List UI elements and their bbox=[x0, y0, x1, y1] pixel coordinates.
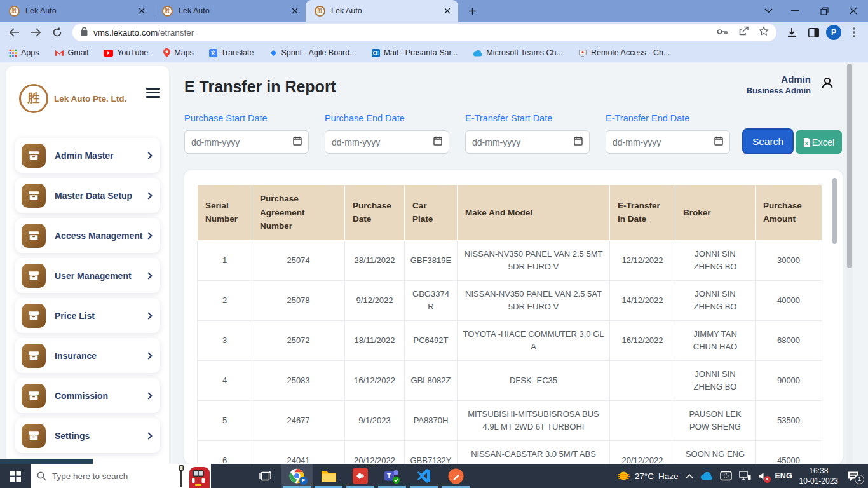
cell-purchase-date: 28/11/2022 bbox=[345, 240, 405, 280]
postman-icon[interactable] bbox=[440, 464, 471, 488]
taskbar-chrome-icon[interactable]: P bbox=[281, 464, 313, 488]
sidebar-menu: Admin Master Master Data Setup bbox=[6, 138, 169, 458]
reload-button[interactable] bbox=[48, 24, 66, 41]
restore-button[interactable] bbox=[810, 0, 839, 22]
calendar-icon[interactable] bbox=[714, 136, 723, 148]
table-header-row: Serial NumberPurchase Agreement NumberPu… bbox=[198, 185, 822, 241]
horizontal-scrollbar-thumb[interactable] bbox=[0, 459, 93, 464]
tab-close-icon[interactable] bbox=[289, 5, 301, 17]
calendar-icon[interactable] bbox=[574, 136, 583, 148]
cell-car-plate: PC6492T bbox=[405, 320, 458, 360]
date-input[interactable] bbox=[606, 130, 730, 154]
tab-search-icon[interactable] bbox=[756, 0, 780, 22]
url-text: vms.lekauto.com/etransfer bbox=[93, 28, 712, 37]
page-scrollbar[interactable] bbox=[846, 62, 853, 464]
tab-title: Lek Auto bbox=[179, 6, 289, 15]
network-icon[interactable] bbox=[739, 471, 751, 481]
date-field[interactable] bbox=[613, 137, 714, 147]
share-icon[interactable] bbox=[738, 26, 749, 39]
bookmark-remote-access[interactable]: Remote Access - Ch... bbox=[578, 48, 670, 57]
screen-cast-icon[interactable] bbox=[720, 471, 732, 481]
sidebar-item[interactable]: User Management bbox=[15, 258, 160, 293]
onedrive-icon[interactable] bbox=[700, 472, 713, 480]
date-input[interactable] bbox=[465, 130, 590, 154]
microsoft-teams-icon[interactable]: T bbox=[376, 464, 408, 488]
date-field[interactable] bbox=[332, 137, 433, 147]
clock[interactable]: 16:38 10-01-2023 bbox=[799, 466, 838, 486]
date-field[interactable] bbox=[191, 137, 293, 147]
minimize-button[interactable] bbox=[780, 0, 810, 22]
weather-widget[interactable]: 27°C Haze bbox=[617, 470, 679, 482]
file-explorer-icon[interactable] bbox=[313, 464, 344, 488]
language-indicator[interactable]: ENG bbox=[775, 471, 792, 480]
tab-close-icon[interactable] bbox=[136, 5, 147, 17]
search-button[interactable]: Search bbox=[742, 128, 794, 154]
notification-center-icon[interactable]: 1 bbox=[845, 471, 862, 482]
address-bar[interactable]: vms.lekauto.com/etransfer bbox=[72, 24, 776, 41]
table-row: 5 24677 9/1/2023 PA8870H MITSUBISHI-MITS… bbox=[198, 400, 822, 440]
profile-avatar[interactable]: P bbox=[826, 25, 841, 40]
browser-tab-3-active[interactable]: 胜 Lek Auto bbox=[306, 0, 458, 22]
browser-menu-icon[interactable] bbox=[845, 24, 863, 41]
sidebar-item[interactable]: Insurance bbox=[15, 338, 160, 373]
side-panel-icon[interactable] bbox=[804, 24, 822, 41]
sidebar-item[interactable]: Commission bbox=[15, 378, 160, 413]
task-view-icon[interactable] bbox=[249, 464, 281, 488]
date-input[interactable] bbox=[184, 130, 309, 154]
url-path: /etransfer bbox=[158, 28, 194, 37]
date-input[interactable] bbox=[325, 130, 449, 154]
person-icon[interactable] bbox=[820, 76, 835, 93]
bookmark-translate[interactable]: Translate bbox=[209, 48, 254, 57]
clock-date: 10-01-2023 bbox=[799, 476, 838, 486]
taskbar-search-box[interactable]: Type here to search bbox=[31, 464, 211, 488]
cell-broker: JONNI SIN ZHENG BO bbox=[675, 240, 756, 280]
svg-text:x: x bbox=[805, 140, 808, 146]
browser-tab-2[interactable]: 胜 Lek Auto bbox=[153, 0, 306, 22]
red-diamond-app-icon[interactable] bbox=[344, 464, 376, 488]
excel-export-button[interactable]: x Excel bbox=[796, 130, 842, 154]
page-scrollbar-thumb[interactable] bbox=[847, 64, 852, 268]
archive-box-icon bbox=[22, 304, 46, 328]
bookmark-youtube[interactable]: YouTube bbox=[104, 48, 148, 57]
date-field[interactable] bbox=[472, 137, 574, 147]
calendar-icon[interactable] bbox=[293, 136, 302, 148]
bookmark-star-icon[interactable] bbox=[759, 26, 769, 39]
sidebar-item[interactable]: Admin Master bbox=[15, 138, 160, 173]
password-key-icon[interactable] bbox=[717, 27, 728, 38]
sidebar-item[interactable]: Price List bbox=[15, 298, 160, 333]
bookmark-apps[interactable]: Apps bbox=[9, 48, 39, 57]
haze-sun-icon bbox=[617, 470, 630, 482]
forward-button[interactable] bbox=[27, 24, 44, 41]
vscode-icon[interactable] bbox=[408, 464, 440, 488]
cell-agreement-number: 24041 bbox=[252, 440, 345, 464]
archive-box-icon bbox=[22, 344, 46, 368]
tab-close-icon[interactable] bbox=[442, 5, 453, 17]
volume-muted-icon[interactable]: ✕ bbox=[758, 471, 768, 481]
bookmark-teams[interactable]: Microsoft Teams Ch... bbox=[473, 48, 563, 57]
calendar-icon[interactable] bbox=[433, 136, 442, 148]
cell-purchase-amount: 40000 bbox=[756, 280, 822, 320]
menu-toggle-icon[interactable] bbox=[146, 88, 160, 98]
start-button[interactable] bbox=[0, 464, 31, 488]
cell-serial-number: 4 bbox=[198, 360, 252, 400]
browser-tab-1[interactable]: 胜 Lek Auto bbox=[0, 0, 153, 22]
bookmark-maps[interactable]: Maps bbox=[163, 48, 194, 57]
user-block[interactable]: Admin Business Admin bbox=[747, 74, 835, 95]
lock-icon[interactable] bbox=[80, 27, 88, 39]
back-button[interactable] bbox=[5, 24, 23, 41]
browser-toolbar: vms.lekauto.com/etransfer P bbox=[0, 22, 868, 43]
screen: 胜 Lek Auto 胜 Lek Auto 胜 Lek Auto bbox=[0, 0, 868, 488]
bookmark-sprint-board[interactable]: Sprint - Agile Board... bbox=[269, 48, 356, 57]
new-tab-button[interactable] bbox=[463, 2, 481, 20]
bookmark-gmail[interactable]: Gmail bbox=[55, 48, 89, 57]
sidebar-item[interactable]: Access Management bbox=[15, 218, 160, 253]
sidebar-item[interactable]: Master Data Setup bbox=[15, 178, 160, 213]
close-button[interactable] bbox=[839, 0, 868, 22]
bookmark-outlook-mail[interactable]: Mail - Prasanta Sar... bbox=[372, 48, 458, 57]
table-row: 6 24041 20/12/2022 GBB7132Y NISSAN-CABST… bbox=[198, 440, 822, 464]
cell-purchase-amount: 90000 bbox=[756, 360, 822, 400]
tray-expand-icon[interactable] bbox=[686, 474, 693, 478]
download-icon[interactable] bbox=[783, 24, 801, 41]
table-scrollbar-thumb[interactable] bbox=[832, 178, 837, 244]
sidebar-item[interactable]: Settings bbox=[15, 418, 160, 453]
